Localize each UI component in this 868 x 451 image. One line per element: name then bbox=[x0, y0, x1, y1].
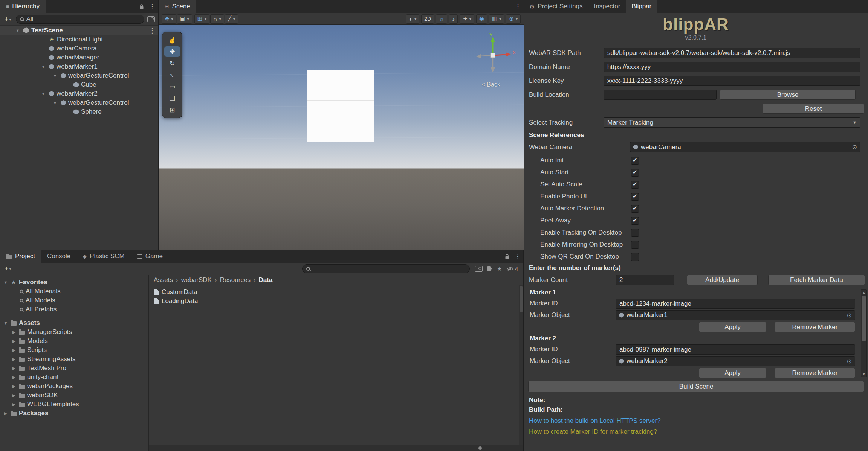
expander-icon[interactable] bbox=[11, 384, 17, 389]
asset-item[interactable]: CustomData bbox=[154, 288, 523, 297]
https-help-link[interactable]: How to host the build on Local HTTPS ser… bbox=[529, 417, 863, 425]
scroll-down-icon[interactable]: ▼ bbox=[861, 372, 866, 377]
reset-button[interactable]: Reset bbox=[763, 104, 864, 114]
expander-icon[interactable] bbox=[3, 411, 8, 416]
expander-icon[interactable] bbox=[11, 393, 17, 398]
apply-button[interactable]: Apply bbox=[699, 368, 766, 378]
camera-overlay-button[interactable]: ▥ bbox=[489, 14, 504, 24]
favorite-item[interactable]: All Models bbox=[0, 296, 148, 305]
expander-icon[interactable] bbox=[11, 357, 17, 362]
checkbox[interactable] bbox=[631, 169, 639, 177]
kebab-menu-icon[interactable] bbox=[149, 26, 154, 35]
folder-row[interactable]: Scripts bbox=[0, 346, 148, 355]
breadcrumb-resources[interactable]: Resources bbox=[220, 276, 251, 284]
marker-id-field[interactable]: abcd-0987-marker-image bbox=[616, 344, 855, 355]
tab-project[interactable]: Project bbox=[0, 250, 41, 263]
view-direction-label[interactable]: < Back bbox=[465, 81, 517, 88]
breadcrumb-webarsdk[interactable]: webarSDK bbox=[181, 276, 212, 284]
grid-visibility-button[interactable]: ▦ bbox=[194, 14, 209, 24]
expander-icon[interactable] bbox=[11, 330, 17, 335]
tool-settings-button[interactable]: ✥ bbox=[162, 14, 176, 24]
favorite-star-icon[interactable]: ★ bbox=[497, 266, 503, 272]
tab-hierarchy[interactable]: ≡ Hierarchy bbox=[0, 0, 46, 13]
breadcrumb-data[interactable]: Data bbox=[259, 276, 273, 284]
tab-project-settings[interactable]: ⚙ Project Settings bbox=[524, 0, 588, 13]
expander-icon[interactable] bbox=[52, 101, 58, 105]
snap-button[interactable]: ∩ bbox=[210, 14, 224, 24]
hierarchy-item[interactable]: webarMarker2 bbox=[0, 89, 158, 98]
scrollbar-thumb[interactable] bbox=[862, 296, 866, 341]
object-picker-icon[interactable]: ⊙ bbox=[847, 312, 852, 319]
folder-row[interactable]: webarPackages bbox=[0, 382, 148, 391]
checkbox[interactable] bbox=[631, 193, 639, 201]
expander-icon[interactable] bbox=[11, 348, 17, 353]
tab-plastic-scm[interactable]: ◆ Plastic SCM bbox=[76, 250, 130, 263]
checkbox[interactable] bbox=[631, 157, 639, 165]
domain-field[interactable]: https://xxxx.yyy bbox=[604, 62, 860, 72]
marker-plane[interactable] bbox=[307, 70, 374, 142]
tab-inspector[interactable]: Inspector bbox=[588, 0, 626, 13]
vertical-scrollbar[interactable] bbox=[519, 285, 523, 445]
pivot-toggle-button[interactable]: ▣ bbox=[177, 14, 192, 24]
remove-marker-button[interactable]: Remove Marker bbox=[775, 368, 855, 378]
project-search-input[interactable] bbox=[302, 264, 470, 273]
expander-icon[interactable] bbox=[11, 375, 17, 380]
scene-viewport[interactable]: ☝ ✥ ↻ ↔ ▭ ❏ ⊞ y x < Back bbox=[159, 25, 524, 250]
hierarchy-item[interactable]: Cube bbox=[0, 80, 158, 89]
folder-row[interactable]: StreamingAssets bbox=[0, 355, 148, 364]
folder-row[interactable]: unity-chan! bbox=[0, 373, 148, 382]
markers-scrollbar[interactable]: ▲ ▼ bbox=[861, 289, 867, 377]
tab-game[interactable]: Game bbox=[131, 250, 169, 263]
label-tag-icon[interactable] bbox=[487, 266, 492, 271]
hierarchy-item[interactable]: webarGestureControl bbox=[0, 98, 158, 107]
kebab-menu-icon[interactable] bbox=[515, 2, 520, 11]
folder-row[interactable]: Models bbox=[0, 337, 148, 346]
marker-object-field[interactable]: webarMarker2 ⊙ bbox=[616, 356, 855, 366]
checkbox[interactable] bbox=[631, 241, 639, 249]
expander-icon[interactable] bbox=[3, 321, 8, 325]
expander-icon[interactable] bbox=[11, 339, 17, 344]
rect-tool-button[interactable]: ▭ bbox=[164, 81, 180, 92]
lock-icon[interactable] bbox=[504, 254, 510, 259]
zoom-slider-handle[interactable] bbox=[478, 446, 482, 450]
build-scene-button[interactable]: Build Scene bbox=[528, 381, 864, 392]
gizmos-button[interactable]: ⊕ bbox=[506, 14, 521, 24]
fetch-marker-data-button[interactable]: Fetch Marker Data bbox=[768, 275, 865, 285]
checkbox[interactable] bbox=[631, 253, 639, 261]
checkbox[interactable] bbox=[631, 181, 639, 189]
rotate-tool-button[interactable]: ↻ bbox=[164, 58, 180, 69]
kebab-menu-icon[interactable] bbox=[149, 2, 154, 11]
checkbox[interactable] bbox=[631, 229, 639, 237]
transform-tool-button[interactable]: ❏ bbox=[164, 93, 180, 104]
hierarchy-search-input[interactable]: All bbox=[16, 15, 144, 24]
measure-button[interactable]: ╱ bbox=[225, 14, 238, 24]
browse-button[interactable]: Browse bbox=[720, 90, 856, 100]
hierarchy-scene-row[interactable]: TestScene bbox=[0, 26, 158, 35]
object-picker-icon[interactable]: ⊙ bbox=[852, 143, 857, 151]
kebab-menu-icon[interactable] bbox=[514, 252, 520, 261]
marker-object-field[interactable]: webarMarker1 ⊙ bbox=[616, 310, 855, 320]
add-update-button[interactable]: Add/Update bbox=[687, 275, 758, 285]
create-asset-button[interactable]: +▾ bbox=[3, 265, 13, 273]
expander-icon[interactable] bbox=[40, 91, 47, 96]
expander-icon[interactable] bbox=[3, 280, 8, 285]
scene-audio-button[interactable]: ♪ bbox=[449, 14, 458, 24]
scene-lighting-button[interactable]: ☼ bbox=[436, 14, 447, 24]
sdk-path-field[interactable]: sdk/blippar-webar-sdk-v2.0.7/webar-sdk/w… bbox=[604, 48, 860, 58]
hierarchy-item[interactable]: ☀Directional Light bbox=[0, 35, 158, 44]
hierarchy-item[interactable]: webarCamera bbox=[0, 44, 158, 53]
expander-icon[interactable] bbox=[52, 73, 58, 78]
folder-row[interactable]: ManagerScripts bbox=[0, 328, 148, 337]
create-menu-button[interactable]: +▾ bbox=[3, 15, 13, 23]
marker-id-help-link[interactable]: How to create Marker ID for marker track… bbox=[529, 428, 863, 436]
shading-mode-button[interactable]: ◐ bbox=[406, 14, 419, 24]
tracking-dropdown[interactable]: Marker Tracking ▼ bbox=[604, 117, 860, 128]
breadcrumb-assets[interactable]: Assets bbox=[154, 276, 173, 284]
checkbox[interactable] bbox=[631, 217, 639, 225]
grid-snap-button[interactable]: ⊞ bbox=[164, 105, 180, 115]
hierarchy-item[interactable]: webarMarker1 bbox=[0, 62, 158, 71]
webar-camera-object-field[interactable]: webarCamera ⊙ bbox=[630, 142, 860, 152]
marker-count-field[interactable]: 2 bbox=[616, 275, 674, 285]
tab-console[interactable]: Console bbox=[41, 250, 76, 263]
hierarchy-item[interactable]: Sphere bbox=[0, 107, 158, 116]
